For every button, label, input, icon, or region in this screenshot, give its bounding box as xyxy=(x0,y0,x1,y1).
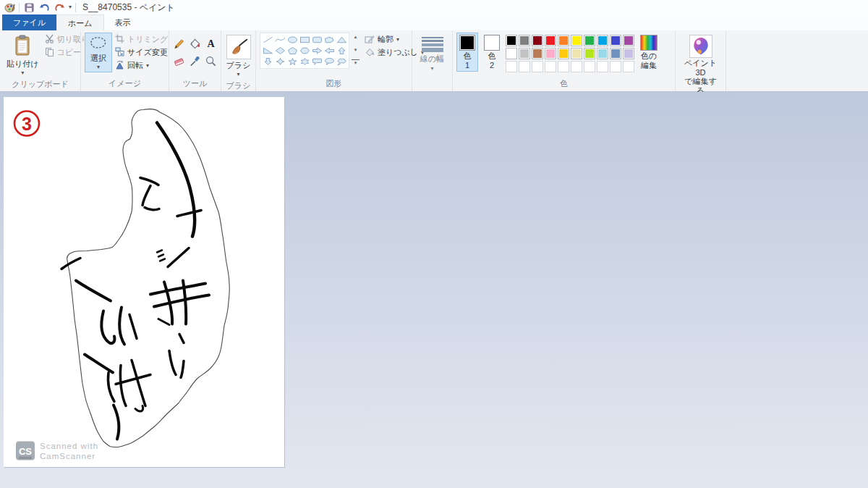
resize-icon xyxy=(115,47,124,58)
shape-arrow-down[interactable] xyxy=(262,56,273,67)
title-bar: ▾ S__8470535 - ペイント xyxy=(0,0,868,14)
shape-right-triangle[interactable] xyxy=(262,46,273,56)
palette-swatch[interactable] xyxy=(532,35,543,46)
select-button[interactable]: 選択 ▾ xyxy=(85,33,112,72)
palette-swatch[interactable] xyxy=(519,48,530,59)
paint-canvas[interactable]: 3 xyxy=(4,97,284,467)
line-width-label: 線の幅 xyxy=(420,54,444,64)
group-line-width: 線の幅 ▾ xyxy=(412,30,453,91)
canvas-workspace: 3 xyxy=(0,92,868,488)
save-icon[interactable] xyxy=(23,1,35,13)
paste-dropdown-icon: ▾ xyxy=(21,70,24,76)
shape-diamond[interactable] xyxy=(274,46,286,56)
shape-callout-oval[interactable] xyxy=(323,56,335,67)
tab-view[interactable]: 表示 xyxy=(104,14,142,30)
fill-tool-button[interactable] xyxy=(188,35,203,51)
palette-swatch[interactable] xyxy=(571,48,582,59)
palette-swatch-empty[interactable] xyxy=(519,61,530,72)
palette-swatch[interactable] xyxy=(584,35,595,46)
shapes-scroll-up-icon[interactable]: ▲ xyxy=(352,34,359,41)
paste-icon xyxy=(14,35,31,58)
brush-label: ブラシ xyxy=(226,60,251,71)
paint3d-label-line1: ペイント 3D xyxy=(682,59,719,77)
palette-swatch[interactable] xyxy=(610,48,621,59)
resize-button[interactable]: サイズ変更 xyxy=(115,47,168,58)
shape-curve[interactable] xyxy=(274,35,286,45)
palette-swatch[interactable] xyxy=(623,35,634,46)
palette-swatch[interactable] xyxy=(506,48,517,59)
paste-button[interactable]: 貼り付け ▾ xyxy=(4,33,42,78)
color1-button[interactable]: 色 1 xyxy=(456,33,478,72)
palette-swatch[interactable] xyxy=(610,35,621,46)
group-image: 選択 ▾ トリミング xyxy=(81,30,169,91)
palette-swatch-empty[interactable] xyxy=(610,61,621,72)
palette-swatch-empty[interactable] xyxy=(545,61,556,72)
shape-pentagon[interactable] xyxy=(286,46,298,56)
brush-button[interactable]: ブラシ ▾ xyxy=(224,33,254,80)
palette-swatch[interactable] xyxy=(519,35,530,46)
palette-swatch[interactable] xyxy=(558,35,569,46)
tab-home[interactable]: ホーム xyxy=(56,14,104,30)
pencil-tool-button[interactable] xyxy=(172,35,187,51)
shapes-more-icon[interactable]: ▼ xyxy=(352,59,359,67)
shape-triangle[interactable] xyxy=(336,35,347,45)
paint3d-button[interactable]: ペイント 3D で編集する xyxy=(679,33,722,98)
palette-swatch[interactable] xyxy=(571,35,582,46)
ribbon-spacer xyxy=(726,30,868,91)
line-width-icon[interactable] xyxy=(422,33,443,52)
palette-swatch[interactable] xyxy=(532,48,543,59)
palette-swatch-empty[interactable] xyxy=(623,61,634,72)
color-picker-tool-button[interactable] xyxy=(188,53,203,69)
text-tool-icon: A xyxy=(205,38,217,50)
shape-arrow-right[interactable] xyxy=(311,46,323,56)
shape-hexagon[interactable] xyxy=(299,46,310,56)
shape-rounded-rectangle[interactable] xyxy=(311,35,323,45)
shape-rectangle[interactable] xyxy=(299,35,310,45)
text-tool-button[interactable]: A xyxy=(204,35,218,51)
shape-star-5[interactable] xyxy=(286,56,298,67)
quick-access-dropdown-icon[interactable]: ▾ xyxy=(69,4,72,10)
rotate-button[interactable]: 回転 ▾ xyxy=(115,60,168,71)
shapes-scroll-down-icon[interactable]: ▼ xyxy=(352,47,359,54)
palette-swatch-empty[interactable] xyxy=(597,61,608,72)
palette-swatch-empty[interactable] xyxy=(506,61,517,72)
tab-file[interactable]: ファイル xyxy=(2,14,56,30)
eraser-tool-button[interactable] xyxy=(172,53,187,69)
palette-swatch[interactable] xyxy=(545,48,556,59)
redo-icon[interactable] xyxy=(54,1,65,13)
palette-swatch[interactable] xyxy=(597,48,608,59)
shapes-group-label: 図形 xyxy=(260,77,408,91)
shape-callout-rounded[interactable] xyxy=(311,56,323,67)
palette-swatch[interactable] xyxy=(597,35,608,46)
line-width-dropdown-icon[interactable]: ▾ xyxy=(430,66,433,72)
palette-swatch-empty[interactable] xyxy=(558,61,569,72)
palette-swatch[interactable] xyxy=(584,48,595,59)
ribbon-tabs: ファイル ホーム 表示 xyxy=(0,14,868,30)
edit-colors-label-line2: 編集 xyxy=(641,61,657,70)
quick-access-separator xyxy=(19,3,20,12)
rotate-icon xyxy=(115,60,124,71)
palette-swatch[interactable] xyxy=(545,35,556,46)
palette-swatch[interactable] xyxy=(623,48,634,59)
shape-star-4[interactable] xyxy=(274,56,286,67)
palette-swatch[interactable] xyxy=(506,35,517,46)
shape-star-6[interactable] xyxy=(299,56,310,67)
shape-line[interactable] xyxy=(262,35,273,45)
palette-swatch-empty[interactable] xyxy=(571,61,582,72)
magnifier-tool-button[interactable] xyxy=(204,53,218,69)
edit-colors-button[interactable]: 色の 編集 xyxy=(637,33,660,72)
palette-swatch-empty[interactable] xyxy=(532,61,543,72)
svg-text:3: 3 xyxy=(22,114,32,134)
color2-button[interactable]: 色 2 xyxy=(481,33,503,72)
shape-arrow-left[interactable] xyxy=(323,46,335,56)
palette-swatch[interactable] xyxy=(558,48,569,59)
scan-outline xyxy=(67,109,230,447)
group-tools: A xyxy=(169,30,221,91)
shape-ellipse[interactable] xyxy=(286,35,298,45)
undo-icon[interactable] xyxy=(38,1,50,13)
shape-polygon[interactable] xyxy=(323,35,335,45)
crop-button[interactable]: トリミング xyxy=(115,34,168,45)
shape-arrow-up[interactable] xyxy=(336,46,347,56)
shape-callout-cloud[interactable] xyxy=(336,56,347,67)
palette-swatch-empty[interactable] xyxy=(584,61,595,72)
